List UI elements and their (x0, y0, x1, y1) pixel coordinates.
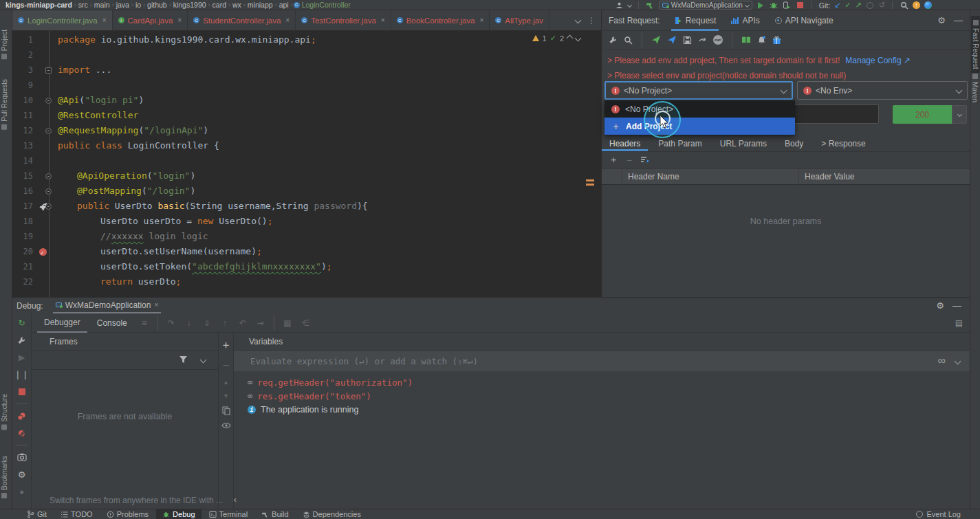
column-header-value[interactable]: Header Value (805, 169, 855, 185)
rerun-button[interactable]: ↻ (17, 318, 28, 329)
restore-layout-icon[interactable]: ▤ (955, 318, 970, 328)
run-configuration-select[interactable]: WxMaDemoApplication (659, 1, 752, 10)
tab-console[interactable]: Console (90, 313, 134, 333)
evaluate-expression-input[interactable]: Evaluate expression (↵) or add a watch (… (234, 351, 970, 371)
tab-request[interactable]: Request (673, 10, 718, 31)
manage-config-link[interactable]: Manage Config ↗ (845, 56, 911, 65)
trace-settings-icon[interactable]: ⋲ (298, 318, 313, 328)
code-line[interactable]: 2 (12, 47, 601, 63)
drop-frame-icon[interactable]: ↶ (235, 318, 250, 328)
changed-line-marker-icon[interactable] (37, 244, 48, 259)
update-available-icon[interactable]: ↑ (913, 1, 920, 9)
fold-marker-icon[interactable] (45, 128, 52, 134)
run-button[interactable] (756, 1, 765, 10)
watch-item[interactable]: ∞res.getHeader("token") (248, 389, 413, 403)
build-hammer-icon[interactable] (646, 1, 655, 10)
statusbar-item-debug[interactable]: Debug (156, 509, 201, 519)
move-watch-down-icon[interactable]: ▼ (223, 393, 229, 399)
status-code-chevron[interactable] (952, 105, 967, 124)
view-breakpoints-icon[interactable] (17, 410, 28, 421)
event-log-button[interactable]: Event Log (926, 510, 961, 518)
editor-tab-logincontroller-java[interactable]: CLoginController.java× (12, 10, 113, 30)
breadcrumb-item[interactable]: miniapp (248, 1, 273, 9)
code-line[interactable]: 1package io.github.kings1990.card.wx.min… (12, 32, 601, 47)
editor-tab-bookcontroller-java[interactable]: CBookController.java× (391, 10, 490, 30)
prev-issue-icon[interactable] (567, 35, 574, 42)
breadcrumb-item[interactable]: io (135, 1, 141, 9)
breadcrumb-item[interactable]: kings1990 (173, 1, 206, 9)
git-push-icon[interactable]: ↗ (856, 1, 862, 10)
rollback-icon[interactable]: ↺ (879, 1, 885, 10)
breadcrumb-item[interactable]: java (116, 1, 129, 9)
code-line[interactable]: 10@Api("login pi") (12, 93, 601, 108)
statusbar-item-terminal[interactable]: Terminal (203, 509, 254, 519)
notifications-bell-icon[interactable] (757, 36, 766, 45)
step-out-icon[interactable]: ↑ (217, 318, 232, 328)
param-tab--response[interactable]: > Response (821, 139, 865, 148)
filter-chevron-icon[interactable] (200, 357, 207, 364)
tool-window-button-bookmarks[interactable]: Bookmarks (1, 456, 8, 498)
settings-wrench-icon[interactable] (17, 335, 28, 346)
eval-chevron-icon[interactable] (955, 357, 961, 364)
statusbar-item-git[interactable]: Git (21, 509, 53, 519)
code-editor[interactable]: 1package io.github.kings1990.card.wx.min… (12, 31, 601, 297)
editor-tab-studentcontroller-java[interactable]: CStudentController.java× (188, 10, 296, 30)
fold-marker-icon[interactable] (45, 173, 52, 179)
close-session-icon[interactable]: × (154, 301, 158, 309)
param-tab-url-params[interactable]: URL Params (720, 139, 767, 148)
resume-button[interactable]: ▶ (17, 352, 28, 363)
retry-icon[interactable] (698, 36, 707, 45)
remove-watch-button[interactable]: − (223, 360, 229, 372)
statusbar-item-dependencies[interactable]: Dependencies (296, 509, 367, 519)
docs-book-icon[interactable] (741, 36, 751, 45)
code-line[interactable]: 13public class LoginController { (12, 138, 601, 153)
fold-marker-icon[interactable] (45, 188, 52, 195)
debug-session-tab[interactable]: WxMaDemoApplication × (53, 298, 162, 313)
evaluate-expression-icon[interactable]: ▦ (280, 318, 295, 328)
tool-window-button-fast-request[interactable]: Fast Request (971, 16, 980, 73)
code-line[interactable]: 21userDto.setToken("abcdefghijklmnxxxxxx… (12, 259, 601, 274)
fast-request-settings-gear-icon[interactable]: ⚙ (937, 15, 946, 25)
tool-window-button-structure[interactable]: Structure (1, 394, 8, 430)
fold-marker-icon[interactable] (45, 67, 52, 74)
fast-request-hide-icon[interactable]: — (954, 15, 963, 25)
code-line[interactable]: 11@RestController (12, 108, 601, 123)
param-tab-headers[interactable]: Headers (609, 139, 640, 148)
breadcrumb-class[interactable]: CLoginController (294, 1, 351, 9)
code-line[interactable]: 9 (12, 78, 601, 93)
next-issue-icon[interactable] (575, 35, 582, 42)
git-update-icon[interactable]: ↙ (834, 1, 840, 10)
user-icon[interactable] (615, 1, 624, 10)
code-line[interactable]: 19//xxxxxx login logic (12, 229, 601, 244)
code-line[interactable]: 17public UserDto basic(String username,S… (12, 199, 601, 214)
code-line[interactable]: 18UserDto userDto = new UserDto(); (12, 214, 601, 229)
editor-tab-alltype-jav[interactable]: CAllType.jav (490, 10, 549, 30)
curl-icon[interactable]: curl (713, 35, 723, 45)
remove-header-button[interactable]: − (627, 155, 632, 166)
code-with-me-icon[interactable] (924, 1, 932, 9)
param-tab-body[interactable]: Body (785, 139, 803, 148)
param-tab-path-param[interactable]: Path Param (658, 139, 701, 148)
project-select[interactable]: ! <No Project> (605, 81, 793, 100)
user-menu-chevron-icon[interactable] (627, 3, 632, 8)
send-request-icon[interactable] (651, 35, 661, 45)
code-line[interactable]: 3import ... (12, 63, 601, 78)
code-line[interactable]: 16@PostMapping("/login") (12, 184, 601, 199)
code-line[interactable]: 20userDto.setUserName(username); (12, 244, 601, 259)
tool-window-button-maven[interactable]: Maven (971, 74, 979, 102)
editor-tab-cardapi-java[interactable]: ICardApi.java× (113, 10, 188, 30)
history-icon[interactable] (866, 1, 875, 10)
copy-icon[interactable] (222, 406, 230, 415)
thread-dump-camera-icon[interactable] (17, 452, 28, 463)
env-select[interactable]: ! <No Env> (797, 81, 968, 100)
column-header-name[interactable]: Header Name (628, 169, 679, 185)
code-line[interactable]: 12@RequestMapping("/loginApi") (12, 123, 601, 138)
step-into-icon[interactable]: ↓ (182, 318, 197, 328)
tab-api-navigate[interactable]: API Navigate (774, 10, 835, 31)
close-tab-icon[interactable]: × (285, 16, 290, 24)
stop-debug-button[interactable] (17, 386, 28, 397)
save-icon[interactable] (683, 36, 692, 45)
git-commit-icon[interactable]: ✓ (845, 1, 851, 10)
tool-window-button-project[interactable]: Project (1, 30, 8, 59)
tab-debugger[interactable]: Debugger (37, 313, 87, 333)
